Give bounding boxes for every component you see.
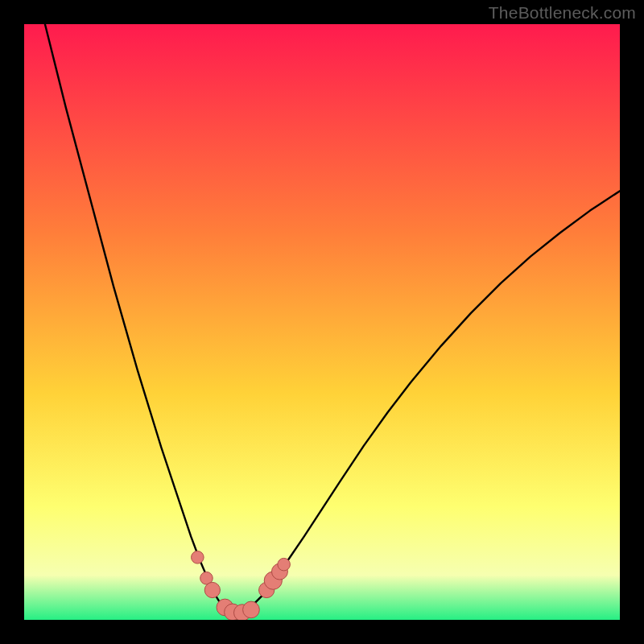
plot-area [24, 24, 620, 620]
chart-frame: TheBottleneck.com [0, 0, 644, 644]
curve-marker [278, 558, 291, 571]
chart-svg [24, 24, 620, 620]
curve-marker [192, 551, 204, 564]
attribution-text: TheBottleneck.com [489, 3, 636, 23]
gradient-background [24, 24, 620, 620]
curve-marker [243, 601, 260, 618]
curve-marker [204, 582, 220, 597]
